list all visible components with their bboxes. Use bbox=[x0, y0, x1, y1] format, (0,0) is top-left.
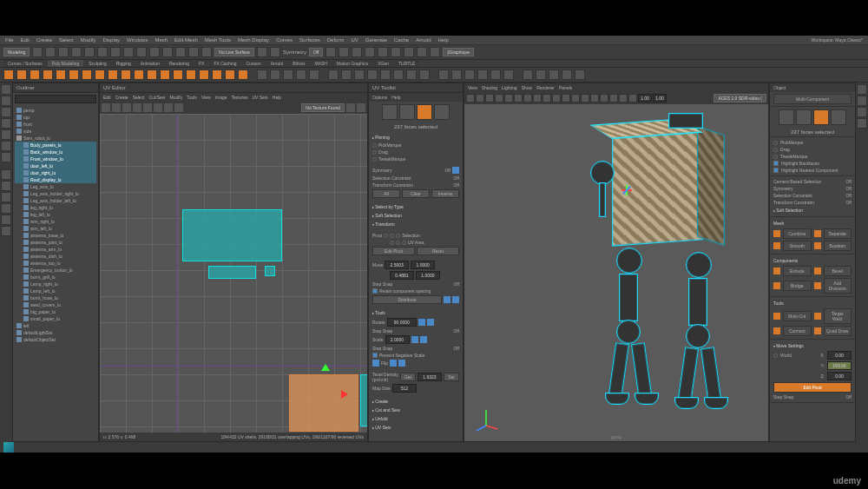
layout-hypershade-icon[interactable] bbox=[1, 215, 11, 225]
shelf-gear-icon[interactable] bbox=[160, 69, 170, 80]
menu-create[interactable]: Create bbox=[36, 37, 52, 43]
shelf-tab-fx[interactable]: FX bbox=[194, 60, 208, 67]
outliner-item[interactable]: burnt_hose_lo bbox=[15, 294, 96, 301]
shelf-cube-icon[interactable] bbox=[16, 69, 27, 80]
outliner-item[interactable]: Lamp_right_lo bbox=[15, 281, 96, 287]
symmetry-dropdown[interactable]: Off bbox=[309, 48, 324, 56]
outliner-item[interactable]: Back_window_lo bbox=[15, 149, 96, 155]
viewport-canvas[interactable]: persp bbox=[464, 104, 768, 441]
uv-menu-help[interactable]: Help bbox=[273, 95, 281, 100]
shelf-combine-icon[interactable] bbox=[257, 69, 267, 80]
create-section[interactable]: Create bbox=[372, 397, 459, 406]
outliner-item[interactable]: Leg_axis_holder_right_lo bbox=[15, 190, 96, 197]
move-offset-u-input[interactable] bbox=[411, 261, 435, 269]
shelf-bridge-icon[interactable] bbox=[354, 69, 365, 80]
unfold-section[interactable]: Unfold bbox=[372, 414, 459, 423]
outliner-item[interactable]: leg_right_lo bbox=[15, 204, 96, 211]
outliner-item[interactable]: antenna_dish_lo bbox=[15, 253, 96, 260]
move-gizmo[interactable] bbox=[614, 182, 640, 208]
outliner-item[interactable]: persp bbox=[15, 107, 96, 114]
pivot-uv-radio[interactable] bbox=[396, 241, 400, 245]
outliner-item[interactable]: antenna_top_lo bbox=[15, 260, 96, 267]
drag-radio[interactable] bbox=[372, 150, 377, 155]
select-all-button[interactable]: All bbox=[372, 189, 400, 198]
outliner-item[interactable]: Front_window_lo bbox=[15, 155, 96, 162]
tools-section[interactable]: Tools bbox=[773, 299, 852, 307]
outliner-item[interactable]: burnt_grill_lo bbox=[15, 274, 96, 281]
uv-mode-icon[interactable] bbox=[434, 104, 450, 120]
vp-menu-lighting[interactable]: Lighting bbox=[502, 85, 517, 90]
menu-arnold[interactable]: Arnold bbox=[416, 37, 431, 43]
menu-cache[interactable]: Cache bbox=[394, 37, 409, 43]
outliner-item[interactable]: door_right_lo bbox=[15, 169, 96, 176]
flip-icon[interactable] bbox=[372, 360, 379, 367]
shelf-pipe-icon[interactable] bbox=[134, 69, 144, 80]
shelf-tab-curves[interactable]: Curves / Surfaces bbox=[3, 60, 47, 67]
props-tab-object[interactable]: Object bbox=[773, 85, 786, 90]
face-mode-icon[interactable] bbox=[813, 109, 829, 125]
distribute-v-icon[interactable] bbox=[452, 296, 459, 303]
shelf-uvplanar-icon[interactable] bbox=[438, 69, 449, 80]
tool-settings-icon[interactable] bbox=[857, 107, 867, 117]
outliner-item[interactable]: antenna_base_lo bbox=[15, 232, 96, 239]
snap-icon[interactable] bbox=[175, 47, 186, 57]
shelf-multicut-icon[interactable] bbox=[380, 69, 391, 80]
vp-menu-view[interactable]: View bbox=[468, 85, 477, 90]
cutsew-section[interactable]: Cut and Sew bbox=[372, 406, 459, 414]
colorspace-dropdown[interactable]: ACES 1.0 SDR-video ( bbox=[713, 94, 766, 102]
uv-tool-icon[interactable] bbox=[154, 103, 162, 112]
menu-help[interactable]: Help bbox=[437, 37, 448, 43]
layout-uv-icon[interactable] bbox=[1, 226, 11, 236]
vp-tool-icon[interactable] bbox=[581, 94, 589, 102]
vp-tool-icon[interactable] bbox=[504, 94, 513, 102]
vp-menu-panels[interactable]: Panels bbox=[559, 85, 572, 90]
shelf-connect-icon[interactable] bbox=[406, 69, 417, 80]
vp-tool-icon[interactable] bbox=[476, 94, 484, 102]
pivot-sel-radio[interactable] bbox=[396, 234, 400, 238]
shelf-helix-icon[interactable] bbox=[147, 69, 157, 80]
shelf-uvcontour-icon[interactable] bbox=[490, 69, 501, 80]
edge-mode-icon[interactable] bbox=[399, 104, 415, 120]
channelbox-icon[interactable] bbox=[857, 84, 867, 95]
scale-input[interactable] bbox=[385, 335, 410, 344]
menu-generate[interactable]: Generate bbox=[365, 37, 387, 43]
uv-menu-modify[interactable]: Modify bbox=[169, 95, 182, 100]
map-size-input[interactable] bbox=[392, 384, 417, 393]
shelf-cylinder-icon[interactable] bbox=[30, 69, 40, 80]
rotate-cw-icon[interactable] bbox=[427, 319, 434, 326]
shelf-quaddraw-icon[interactable] bbox=[419, 69, 430, 80]
uv-tool-icon[interactable] bbox=[346, 103, 355, 112]
uv-shell[interactable] bbox=[182, 209, 282, 261]
vp-tool-icon[interactable] bbox=[542, 94, 551, 102]
outliner-item[interactable]: door_left_lo bbox=[15, 162, 96, 169]
pivot-sel-radio[interactable] bbox=[384, 234, 388, 238]
account-dropdown[interactable]: jlGraphique bbox=[443, 48, 474, 56]
layout-persp-graph-icon[interactable] bbox=[1, 203, 11, 214]
object-mode-icon[interactable] bbox=[831, 109, 846, 125]
outliner-item[interactable]: Leg_axis_lo bbox=[15, 183, 96, 190]
vp-menu-shading[interactable]: Shading bbox=[482, 85, 497, 90]
sel-mode-icon[interactable] bbox=[123, 47, 134, 57]
outliner-item[interactable]: side bbox=[15, 128, 96, 135]
uv-menu-edit[interactable]: Edit bbox=[103, 95, 111, 100]
menu-uv[interactable]: UV bbox=[351, 37, 358, 43]
outliner-item[interactable]: antenna_arm_lo bbox=[15, 246, 96, 253]
vertex-mode-icon[interactable] bbox=[382, 104, 398, 120]
lasso-tool-icon[interactable] bbox=[1, 96, 11, 106]
shelf-targetweld-icon[interactable] bbox=[393, 69, 404, 80]
panel-icon[interactable] bbox=[391, 47, 401, 57]
vp-tool-icon[interactable] bbox=[485, 94, 494, 102]
open-scene-icon[interactable] bbox=[45, 47, 56, 57]
texel-get-button[interactable]: Get bbox=[400, 373, 416, 381]
render-icon[interactable] bbox=[365, 47, 375, 57]
soft-selection-section[interactable]: Soft Selection bbox=[372, 211, 459, 220]
vp-tool-icon[interactable] bbox=[590, 94, 599, 102]
render-icon[interactable] bbox=[339, 47, 349, 57]
outliner-item[interactable]: Roof_display_lo bbox=[15, 176, 96, 183]
outliner-item[interactable]: defaultLightSet bbox=[15, 329, 96, 336]
shelf-tab-animation[interactable]: Animation bbox=[136, 60, 164, 67]
vp-tool-icon[interactable] bbox=[466, 94, 475, 102]
edge-mode-icon[interactable] bbox=[796, 109, 812, 125]
select-clear-button[interactable]: Clear bbox=[402, 189, 430, 198]
outliner-tree[interactable]: persptopfrontsideSam_robot_loBody_panels… bbox=[13, 105, 98, 441]
